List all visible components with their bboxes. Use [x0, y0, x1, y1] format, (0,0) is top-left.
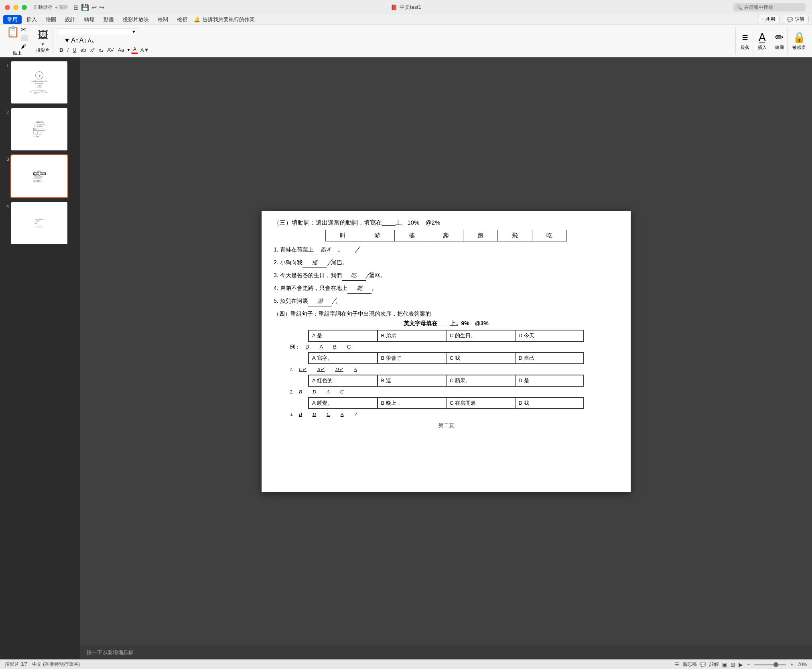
- slide-4-content: （五）閱讀理解... 文章段落... 問題： 1. ____________ 2…: [11, 202, 67, 244]
- autosave-toggle[interactable]: ● 關閉: [55, 4, 68, 10]
- content-area: （三）填動詞：選出適當的動詞，填寫在____上。10% @2% 叫 游 搖 爬 …: [80, 57, 812, 659]
- toolbar-icon-redo[interactable]: ↪: [99, 4, 104, 11]
- zoom-minus-button[interactable]: －: [746, 661, 751, 668]
- sentence-2: 2. 小狗向我搖 ╱尾巴。: [274, 257, 619, 268]
- slide-thumbnail-4[interactable]: 4 （五）閱讀理解... 文章段落... 問題： 1. ____________…: [3, 201, 77, 245]
- menu-item-slideshow[interactable]: 投影片放映: [119, 15, 153, 24]
- ribbon-group-insert: A̲ 插入: [755, 27, 770, 55]
- comment-status-label: 註解: [709, 661, 719, 668]
- font-size-controls[interactable]: ▼ A↑ A↓ Aₓ: [58, 37, 94, 44]
- toolbar-icon-save[interactable]: 💾: [81, 4, 89, 11]
- grid-cell-2b: B 學會了: [378, 353, 447, 364]
- draw-label: 繪圖: [775, 45, 784, 51]
- draw-icon[interactable]: ✏: [775, 31, 784, 44]
- slide-4-inner: （五）閱讀理解... 文章段落... 問題： 1. ____________ 2…: [33, 217, 45, 229]
- word-table: 叫 游 搖 爬 跑 飛 吃: [325, 230, 567, 241]
- grid-group1: A 是 B 弟弟 C 的生日。 D 今天: [308, 330, 584, 342]
- paste-button[interactable]: 📋: [6, 26, 19, 49]
- status-bar: 投影片 3/7 中文 (香港特別行政區) ☰ 備忘稿 💬 註解 ▣ ⊞ ▶ － …: [0, 659, 812, 669]
- comment-button[interactable]: 💬 註解: [783, 15, 809, 24]
- toolbar-icon-grid[interactable]: ⊞: [73, 4, 79, 11]
- menu-item-home[interactable]: 常用: [3, 15, 22, 24]
- menu-item-insert[interactable]: 插入: [22, 15, 41, 24]
- highlight-button[interactable]: A▼: [139, 47, 151, 53]
- slide-2-content: 一、詞語注音... （一）寫 詞語 拼音 （二）選詞語填充 選項... 1. _…: [11, 108, 67, 150]
- cut-icon[interactable]: ✂: [21, 26, 28, 33]
- slide-thumbnail-2[interactable]: 2 一、詞語注音... （一）寫 詞語 拼音 （二）選詞語填充 選項... 1.…: [3, 107, 77, 151]
- grid-cell-3d: D 是: [515, 375, 584, 386]
- format-paint-icon[interactable]: 🖌: [21, 43, 28, 49]
- clear-format-icon[interactable]: Aₓ: [88, 37, 94, 44]
- slide-page: （三）填動詞：選出適當的動詞，填寫在____上。10% @2% 叫 游 搖 爬 …: [262, 211, 631, 492]
- word-cell-4: 爬: [429, 230, 463, 241]
- slide-num-4: 4: [4, 204, 9, 209]
- app-icon: 📕: [391, 4, 397, 10]
- word-cell-2: 游: [360, 230, 394, 241]
- window-controls[interactable]: [5, 5, 27, 10]
- zoom-thumb[interactable]: [773, 662, 778, 667]
- menu-item-review[interactable]: 校閱: [154, 15, 172, 24]
- case-dropdown[interactable]: ▼: [127, 48, 131, 52]
- new-slide-button[interactable]: 🖼 ▼: [38, 29, 48, 47]
- menu-item-transition[interactable]: 轉場: [80, 15, 99, 24]
- grid-cell-2c: C 我: [446, 353, 515, 364]
- slide-thumbnail-3[interactable]: 3 （三）填動詞... 叫 游 搖 爬 1. 青蛙在荷葉上__。 2. 小狗向我…: [3, 154, 77, 198]
- minimize-button[interactable]: [13, 5, 18, 10]
- text-format-buttons: B I U ab x² x₂ AV Aa ▼ A A▼: [58, 46, 151, 54]
- menu-item-design[interactable]: 設計: [61, 15, 79, 24]
- bold-button[interactable]: B: [58, 47, 65, 53]
- menu-bar: 常用 插入 繪圖 設計 轉場 動畫 投影片放映 校閱 檢視 🔔 告訴我您要執行的…: [0, 14, 812, 25]
- copy-icon[interactable]: ⬜: [21, 35, 28, 41]
- font-color-button[interactable]: A: [131, 46, 138, 54]
- case-button[interactable]: Aa: [116, 47, 126, 53]
- dropdown-arrow: ▼: [132, 29, 136, 34]
- menu-item-draw[interactable]: 繪圖: [42, 15, 60, 24]
- window-title: 📕 中文test1: [391, 4, 421, 11]
- example-row: 例： D A B C: [290, 343, 619, 351]
- comment-status-icon[interactable]: 💬: [700, 662, 706, 667]
- slide-thumbnail-1[interactable]: 1 ⊕ 九龍城道社會福利小學 2019-2019年度 上學期 中文試卷 ────…: [3, 61, 77, 104]
- view-grid-icon[interactable]: ⊞: [731, 661, 735, 668]
- ribbon-group-paragraph: ≡ 段落: [737, 27, 753, 55]
- sentence-1: 1. 青蛙在荷葉上跑✗。╱: [274, 245, 619, 255]
- subscript-button[interactable]: x₂: [97, 47, 105, 53]
- toolbar-icon-undo[interactable]: ↩: [91, 4, 97, 11]
- strikethrough-button[interactable]: ab: [79, 47, 87, 53]
- answer-1: 跑✗: [314, 245, 338, 255]
- slide-1-title: 九龍城道社會福利小學: [30, 80, 49, 82]
- grid-cell-2d: D 自己: [515, 353, 584, 364]
- menu-item-view[interactable]: 檢視: [173, 15, 191, 24]
- search-bar[interactable]: 🔍 在簡報中搜尋: [733, 3, 806, 12]
- menu-item-animation[interactable]: 動畫: [99, 15, 118, 24]
- increase-font-icon[interactable]: A↑: [71, 37, 79, 44]
- ribbon-group-draw: ✏ 繪圖: [772, 27, 788, 55]
- decrease-font-icon[interactable]: A↓: [79, 37, 87, 44]
- font-size-dropdown-arrow: ▼: [64, 37, 70, 44]
- answer-row-1: 1. C✓ B✓ D✓ A: [290, 366, 619, 373]
- insert-label: 插入: [758, 45, 767, 51]
- superscript-button[interactable]: x²: [89, 47, 96, 53]
- font-family-dropdown[interactable]: ▼: [58, 28, 138, 35]
- section4-bold: 英文字母填在____上。9% @3%: [404, 320, 488, 326]
- maximize-button[interactable]: [22, 5, 27, 10]
- view-single-icon[interactable]: ▣: [722, 661, 727, 668]
- view-present-icon[interactable]: ▶: [739, 661, 743, 668]
- sensitivity-icon[interactable]: 🔒: [793, 31, 806, 44]
- spacing-button[interactable]: AV: [106, 47, 115, 53]
- sensitivity-label: 敏感度: [792, 45, 806, 51]
- zoom-slider[interactable]: [754, 664, 786, 665]
- italic-button[interactable]: I: [65, 47, 70, 53]
- share-button[interactable]: ↑ 共用: [757, 15, 780, 24]
- underline-button[interactable]: U: [71, 47, 78, 53]
- paragraph-icon[interactable]: ≡: [742, 31, 748, 44]
- word-cell-3: 搖: [394, 230, 429, 241]
- zoom-plus-button[interactable]: ＋: [790, 661, 794, 668]
- section3-header: （三）填動詞：選出適當的動詞，填寫在____上。10% @2%: [274, 219, 619, 227]
- slide-icon: 🖼: [38, 29, 48, 41]
- slide-canvas[interactable]: （三）填動詞：選出適當的動詞，填寫在____上。10% @2% 叫 游 搖 爬 …: [262, 211, 631, 492]
- close-button[interactable]: [5, 5, 10, 10]
- word-cell-7: 吃: [532, 230, 567, 241]
- insert-icon[interactable]: A̲: [759, 31, 766, 44]
- notes-status-icon[interactable]: ☰: [675, 662, 679, 667]
- notes-bar[interactable]: 按一下以新增備忘稿: [80, 645, 812, 659]
